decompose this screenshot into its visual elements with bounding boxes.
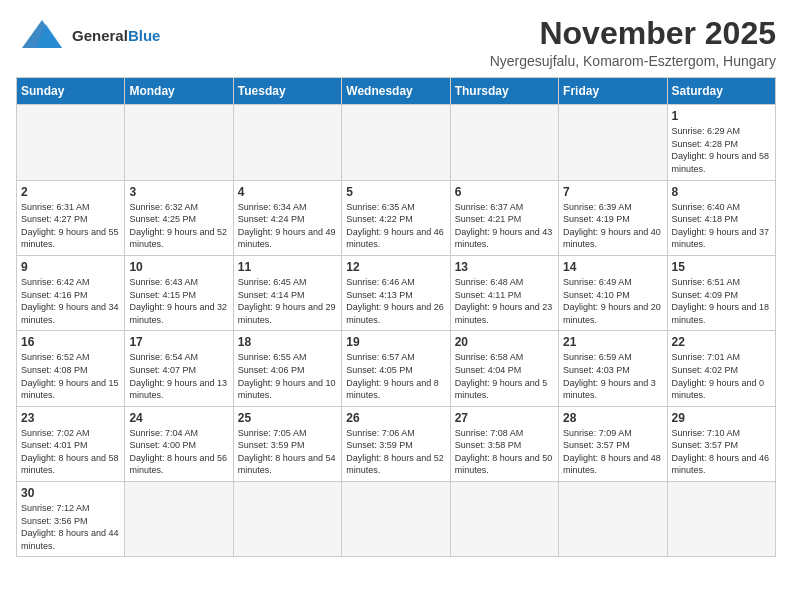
empty-cell xyxy=(233,482,341,557)
day-number: 20 xyxy=(455,335,554,349)
day-number: 3 xyxy=(129,185,228,199)
title-block: November 2025 Nyergesujfalu, Komarom-Esz… xyxy=(490,16,776,69)
day-cell-1: 1 Sunrise: 6:29 AM Sunset: 4:28 PM Dayli… xyxy=(667,105,775,180)
day-info: Sunrise: 6:54 AM Sunset: 4:07 PM Dayligh… xyxy=(129,351,228,401)
day-number: 8 xyxy=(672,185,771,199)
day-info: Sunrise: 6:34 AM Sunset: 4:24 PM Dayligh… xyxy=(238,201,337,251)
day-number: 5 xyxy=(346,185,445,199)
location: Nyergesujfalu, Komarom-Esztergom, Hungar… xyxy=(490,53,776,69)
day-number: 10 xyxy=(129,260,228,274)
calendar-table: Sunday Monday Tuesday Wednesday Thursday… xyxy=(16,77,776,557)
day-number: 15 xyxy=(672,260,771,274)
empty-cell xyxy=(342,105,450,180)
day-cell-15: 15 Sunrise: 6:51 AM Sunset: 4:09 PM Dayl… xyxy=(667,255,775,330)
day-cell-4: 4 Sunrise: 6:34 AM Sunset: 4:24 PM Dayli… xyxy=(233,180,341,255)
day-cell-9: 9 Sunrise: 6:42 AM Sunset: 4:16 PM Dayli… xyxy=(17,255,125,330)
day-number: 23 xyxy=(21,411,120,425)
day-info: Sunrise: 6:46 AM Sunset: 4:13 PM Dayligh… xyxy=(346,276,445,326)
day-cell-11: 11 Sunrise: 6:45 AM Sunset: 4:14 PM Dayl… xyxy=(233,255,341,330)
day-cell-21: 21 Sunrise: 6:59 AM Sunset: 4:03 PM Dayl… xyxy=(559,331,667,406)
day-cell-16: 16 Sunrise: 6:52 AM Sunset: 4:08 PM Dayl… xyxy=(17,331,125,406)
empty-cell xyxy=(559,105,667,180)
day-cell-13: 13 Sunrise: 6:48 AM Sunset: 4:11 PM Dayl… xyxy=(450,255,558,330)
empty-cell xyxy=(342,482,450,557)
header-wednesday: Wednesday xyxy=(342,78,450,105)
day-number: 4 xyxy=(238,185,337,199)
day-cell-22: 22 Sunrise: 7:01 AM Sunset: 4:02 PM Dayl… xyxy=(667,331,775,406)
calendar-week-6: 30 Sunrise: 7:12 AM Sunset: 3:56 PM Dayl… xyxy=(17,482,776,557)
empty-cell xyxy=(17,105,125,180)
day-cell-14: 14 Sunrise: 6:49 AM Sunset: 4:10 PM Dayl… xyxy=(559,255,667,330)
day-cell-12: 12 Sunrise: 6:46 AM Sunset: 4:13 PM Dayl… xyxy=(342,255,450,330)
header-tuesday: Tuesday xyxy=(233,78,341,105)
day-number: 28 xyxy=(563,411,662,425)
day-number: 17 xyxy=(129,335,228,349)
header-sunday: Sunday xyxy=(17,78,125,105)
day-info: Sunrise: 6:52 AM Sunset: 4:08 PM Dayligh… xyxy=(21,351,120,401)
calendar-week-1: 1 Sunrise: 6:29 AM Sunset: 4:28 PM Dayli… xyxy=(17,105,776,180)
day-number: 18 xyxy=(238,335,337,349)
empty-cell xyxy=(559,482,667,557)
day-cell-29: 29 Sunrise: 7:10 AM Sunset: 3:57 PM Dayl… xyxy=(667,406,775,481)
header-saturday: Saturday xyxy=(667,78,775,105)
header-monday: Monday xyxy=(125,78,233,105)
day-cell-20: 20 Sunrise: 6:58 AM Sunset: 4:04 PM Dayl… xyxy=(450,331,558,406)
calendar-week-2: 2 Sunrise: 6:31 AM Sunset: 4:27 PM Dayli… xyxy=(17,180,776,255)
day-cell-8: 8 Sunrise: 6:40 AM Sunset: 4:18 PM Dayli… xyxy=(667,180,775,255)
day-number: 2 xyxy=(21,185,120,199)
day-cell-6: 6 Sunrise: 6:37 AM Sunset: 4:21 PM Dayli… xyxy=(450,180,558,255)
day-cell-30: 30 Sunrise: 7:12 AM Sunset: 3:56 PM Dayl… xyxy=(17,482,125,557)
empty-cell xyxy=(233,105,341,180)
day-number: 27 xyxy=(455,411,554,425)
day-number: 6 xyxy=(455,185,554,199)
day-cell-19: 19 Sunrise: 6:57 AM Sunset: 4:05 PM Dayl… xyxy=(342,331,450,406)
day-number: 12 xyxy=(346,260,445,274)
day-cell-5: 5 Sunrise: 6:35 AM Sunset: 4:22 PM Dayli… xyxy=(342,180,450,255)
day-info: Sunrise: 6:29 AM Sunset: 4:28 PM Dayligh… xyxy=(672,125,771,175)
day-cell-27: 27 Sunrise: 7:08 AM Sunset: 3:58 PM Dayl… xyxy=(450,406,558,481)
day-info: Sunrise: 7:09 AM Sunset: 3:57 PM Dayligh… xyxy=(563,427,662,477)
day-number: 9 xyxy=(21,260,120,274)
day-number: 24 xyxy=(129,411,228,425)
day-info: Sunrise: 7:06 AM Sunset: 3:59 PM Dayligh… xyxy=(346,427,445,477)
day-cell-3: 3 Sunrise: 6:32 AM Sunset: 4:25 PM Dayli… xyxy=(125,180,233,255)
day-info: Sunrise: 7:12 AM Sunset: 3:56 PM Dayligh… xyxy=(21,502,120,552)
calendar-week-3: 9 Sunrise: 6:42 AM Sunset: 4:16 PM Dayli… xyxy=(17,255,776,330)
weekday-header-row: Sunday Monday Tuesday Wednesday Thursday… xyxy=(17,78,776,105)
day-number: 29 xyxy=(672,411,771,425)
day-info: Sunrise: 6:51 AM Sunset: 4:09 PM Dayligh… xyxy=(672,276,771,326)
day-number: 30 xyxy=(21,486,120,500)
header-thursday: Thursday xyxy=(450,78,558,105)
day-cell-2: 2 Sunrise: 6:31 AM Sunset: 4:27 PM Dayli… xyxy=(17,180,125,255)
day-info: Sunrise: 7:02 AM Sunset: 4:01 PM Dayligh… xyxy=(21,427,120,477)
month-title: November 2025 xyxy=(490,16,776,51)
empty-cell xyxy=(125,105,233,180)
header-friday: Friday xyxy=(559,78,667,105)
day-info: Sunrise: 7:04 AM Sunset: 4:00 PM Dayligh… xyxy=(129,427,228,477)
day-info: Sunrise: 6:59 AM Sunset: 4:03 PM Dayligh… xyxy=(563,351,662,401)
day-cell-24: 24 Sunrise: 7:04 AM Sunset: 4:00 PM Dayl… xyxy=(125,406,233,481)
day-cell-18: 18 Sunrise: 6:55 AM Sunset: 4:06 PM Dayl… xyxy=(233,331,341,406)
day-number: 25 xyxy=(238,411,337,425)
day-number: 1 xyxy=(672,109,771,123)
day-cell-28: 28 Sunrise: 7:09 AM Sunset: 3:57 PM Dayl… xyxy=(559,406,667,481)
day-cell-17: 17 Sunrise: 6:54 AM Sunset: 4:07 PM Dayl… xyxy=(125,331,233,406)
logo-icon xyxy=(16,16,68,56)
logo-text: GeneralBlue xyxy=(72,28,160,45)
day-info: Sunrise: 6:57 AM Sunset: 4:05 PM Dayligh… xyxy=(346,351,445,401)
day-number: 21 xyxy=(563,335,662,349)
day-info: Sunrise: 7:08 AM Sunset: 3:58 PM Dayligh… xyxy=(455,427,554,477)
day-cell-7: 7 Sunrise: 6:39 AM Sunset: 4:19 PM Dayli… xyxy=(559,180,667,255)
day-info: Sunrise: 6:58 AM Sunset: 4:04 PM Dayligh… xyxy=(455,351,554,401)
day-number: 26 xyxy=(346,411,445,425)
day-number: 22 xyxy=(672,335,771,349)
day-info: Sunrise: 6:39 AM Sunset: 4:19 PM Dayligh… xyxy=(563,201,662,251)
day-info: Sunrise: 6:32 AM Sunset: 4:25 PM Dayligh… xyxy=(129,201,228,251)
day-number: 13 xyxy=(455,260,554,274)
day-number: 14 xyxy=(563,260,662,274)
empty-cell xyxy=(667,482,775,557)
calendar-week-4: 16 Sunrise: 6:52 AM Sunset: 4:08 PM Dayl… xyxy=(17,331,776,406)
day-info: Sunrise: 6:37 AM Sunset: 4:21 PM Dayligh… xyxy=(455,201,554,251)
day-number: 19 xyxy=(346,335,445,349)
day-info: Sunrise: 6:49 AM Sunset: 4:10 PM Dayligh… xyxy=(563,276,662,326)
